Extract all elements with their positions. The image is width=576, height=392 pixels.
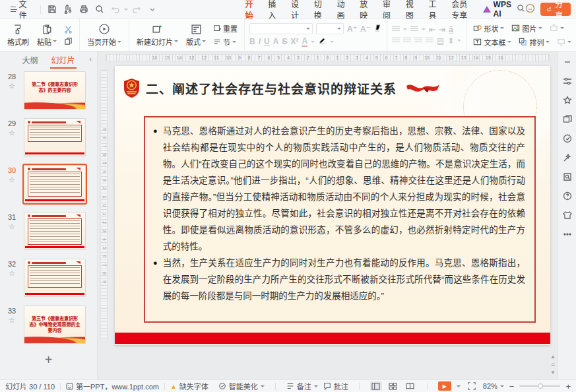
tab-insert[interactable]: 插入 bbox=[261, 0, 284, 18]
slide-content-box[interactable]: ● 马克思、恩格斯通过对人的社会意识产生的历史考察后指出，思想、宗教、法律、国家… bbox=[144, 116, 536, 323]
bold-button[interactable]: B bbox=[249, 37, 255, 46]
tab-review[interactable]: 审阅 bbox=[376, 0, 399, 18]
zoom-slider-knob[interactable] bbox=[538, 383, 543, 389]
columns-button[interactable]: ▤ bbox=[437, 36, 444, 46]
play-options-caret[interactable] bbox=[457, 385, 461, 387]
superscript-button[interactable]: X² bbox=[290, 37, 298, 46]
scroll-up-icon[interactable]: ▲ bbox=[550, 354, 556, 360]
justify-button[interactable] bbox=[426, 36, 433, 46]
template-source[interactable]: 第一PPT，www.1ppt.com bbox=[66, 381, 159, 391]
slide-thumbnail-30-current[interactable] bbox=[24, 165, 86, 203]
more-tools-icon[interactable] bbox=[562, 229, 573, 240]
picture-button[interactable]: 图片 bbox=[509, 22, 544, 34]
next-slide-icon[interactable]: ▼ bbox=[550, 370, 556, 376]
increase-font-icon[interactable]: A⁺ bbox=[347, 24, 357, 34]
undo-button[interactable] bbox=[108, 3, 123, 16]
strikethrough-button[interactable]: S bbox=[282, 37, 287, 46]
bullet-list-button[interactable] bbox=[392, 25, 400, 34]
new-slide-button[interactable]: 新建幻灯片 bbox=[134, 23, 181, 48]
align-right-button[interactable] bbox=[414, 36, 422, 46]
slide-layout-button[interactable]: 版式 bbox=[183, 23, 208, 48]
wps-ai-button[interactable]: WPS AI bbox=[478, 0, 517, 18]
reset-slide-button[interactable]: 重置 bbox=[211, 22, 240, 34]
skin-theme-icon[interactable] bbox=[562, 210, 573, 220]
save-button[interactable] bbox=[45, 3, 59, 16]
tab-member[interactable]: 会员专享 bbox=[445, 0, 477, 18]
favorite-star-icon[interactable]: ☆ bbox=[9, 222, 15, 231]
vertical-ruler[interactable]: 9 8 7 6 5 4 3 2 1 0 1 2 3 4 5 6 7 8 9 bbox=[100, 70, 108, 341]
previous-slide-icon[interactable]: ≐ bbox=[551, 362, 556, 368]
tab-tools[interactable]: 工具 bbox=[422, 0, 445, 18]
slide-thumbnail-29[interactable] bbox=[24, 118, 86, 156]
media-button[interactable] bbox=[548, 23, 566, 33]
favorite-star-icon[interactable]: ☆ bbox=[9, 316, 15, 325]
increase-indent-button[interactable]: ⇥ bbox=[439, 25, 445, 34]
favorite-star-icon[interactable]: ☆ bbox=[9, 129, 15, 137]
favorite-star-icon[interactable]: ☆ bbox=[9, 82, 15, 90]
screen-button[interactable] bbox=[555, 37, 573, 47]
arrange-button[interactable]: 排列 bbox=[517, 36, 552, 48]
paste-button[interactable]: 粘贴 bbox=[34, 23, 59, 48]
slide-thumbnail-28[interactable]: 第二节《德意志意识形态》的主要内容 bbox=[24, 71, 86, 110]
print-preview-button[interactable] bbox=[92, 3, 107, 16]
horizontal-ruler[interactable]: 16 15 14 13 12 11 10 9 8 7 6 5 4 3 2 1 0… bbox=[106, 54, 550, 61]
favorite-star-icon[interactable]: ☆ bbox=[9, 269, 15, 278]
more-commands-caret[interactable] bbox=[145, 3, 160, 16]
slide-title[interactable]: 二、阐述了社会存在与社会意识的辩证关系 bbox=[146, 79, 397, 97]
tab-transition[interactable]: 切换 bbox=[307, 0, 331, 18]
reading-view-button[interactable] bbox=[404, 381, 416, 391]
resource-search-icon[interactable] bbox=[562, 172, 573, 182]
comments-button[interactable]: 批注 bbox=[323, 381, 348, 391]
decrease-font-icon[interactable]: A⁻ bbox=[360, 24, 370, 34]
numbered-list-button[interactable] bbox=[410, 25, 418, 34]
highlight-color-button[interactable] bbox=[318, 36, 327, 47]
current-slide[interactable]: 二、阐述了社会存在与社会意识的辩证关系 ● 马克思、恩格斯通过对人的社会意识产生… bbox=[115, 66, 550, 345]
slide-sorter-view-button[interactable] bbox=[387, 381, 399, 391]
collapse-panel-icon[interactable]: ‹ bbox=[89, 55, 92, 63]
font-size-select[interactable] bbox=[316, 23, 344, 34]
feedback-smiley-icon[interactable] bbox=[525, 3, 535, 15]
align-left-button[interactable] bbox=[392, 36, 400, 46]
section-button[interactable]: 节 bbox=[211, 36, 240, 48]
share-button[interactable]: 分享 bbox=[540, 3, 571, 16]
normal-view-button[interactable] bbox=[370, 381, 382, 391]
decrease-indent-button[interactable]: ⇤ bbox=[429, 25, 435, 34]
shapes-button[interactable]: 形状 bbox=[471, 22, 506, 34]
export-pdf-button[interactable] bbox=[61, 3, 75, 16]
slides-tab[interactable]: 幻灯片 bbox=[50, 52, 77, 67]
tab-view[interactable]: 视图 bbox=[399, 0, 422, 18]
tab-slideshow[interactable]: 放映 bbox=[353, 0, 376, 18]
outline-tab[interactable]: 大纲 bbox=[20, 52, 39, 67]
zoom-level[interactable]: 82% bbox=[483, 382, 504, 390]
slide-thumbnail-31[interactable] bbox=[24, 212, 86, 250]
missing-font-warning[interactable]: ▲ 缺失字体 bbox=[170, 381, 208, 391]
cut-button[interactable] bbox=[62, 24, 75, 34]
slide-thumbnail-32[interactable] bbox=[24, 259, 86, 297]
favorites-star-icon[interactable] bbox=[562, 95, 573, 106]
fit-slide-button[interactable] bbox=[466, 381, 478, 391]
undo-dropdown-caret[interactable] bbox=[124, 9, 128, 11]
smart-beautify-icon[interactable] bbox=[562, 152, 573, 163]
font-family-select[interactable] bbox=[249, 23, 313, 34]
shapes-pane-icon[interactable] bbox=[562, 114, 573, 125]
tab-design[interactable]: 设计 bbox=[284, 0, 307, 18]
file-menu[interactable]: 文件 bbox=[5, 0, 36, 20]
align-center-button[interactable] bbox=[403, 36, 411, 46]
print-button[interactable] bbox=[77, 3, 91, 16]
slide-thumbnail-33[interactable]: 第三节《德意志意识形态》中唯物史观思想的主要内容 bbox=[24, 306, 86, 344]
start-from-current-button[interactable]: 当页开始 bbox=[84, 22, 124, 48]
textbox-button[interactable]: 文本框 bbox=[471, 36, 513, 48]
play-slideshow-button[interactable]: ▶ bbox=[438, 381, 451, 391]
text-direction-button[interactable]: ā̲ bbox=[449, 25, 453, 34]
notes-button[interactable]: 备注 bbox=[286, 381, 318, 391]
font-color-button[interactable]: A bbox=[302, 36, 307, 47]
clear-format-icon[interactable] bbox=[373, 24, 382, 34]
search-icon[interactable] bbox=[517, 4, 525, 15]
material-library-icon[interactable] bbox=[562, 133, 573, 144]
italic-button[interactable]: I bbox=[259, 37, 261, 46]
tab-home[interactable]: 开始 bbox=[239, 0, 262, 18]
tab-animation[interactable]: 动画 bbox=[330, 0, 353, 18]
zoom-in-button[interactable]: + bbox=[565, 382, 571, 391]
char-spacing-button[interactable]: A bbox=[273, 37, 279, 46]
favorite-star-icon[interactable]: ☆ bbox=[9, 176, 15, 184]
